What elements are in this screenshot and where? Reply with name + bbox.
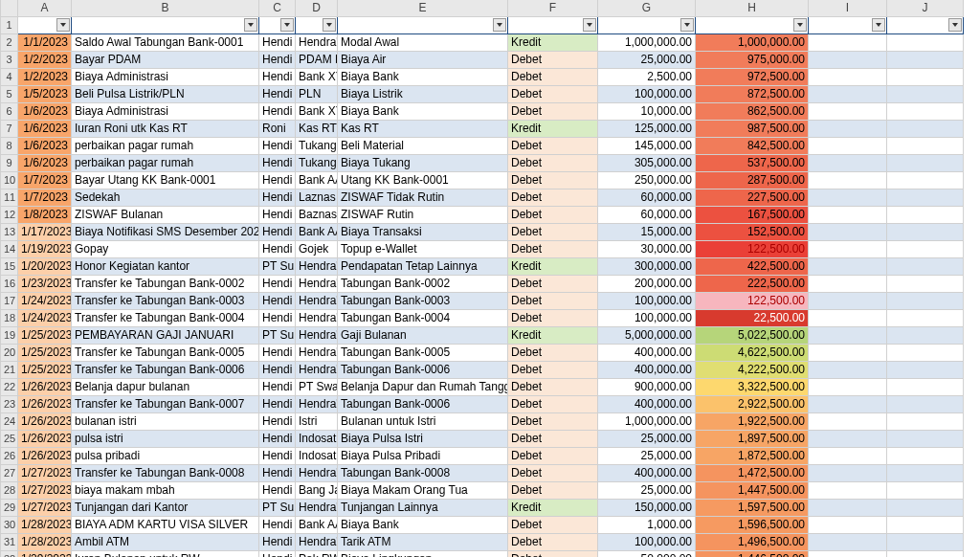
cell-tanggal[interactable]: 1/5/2023 [18,86,72,103]
cell-jenis[interactable]: Debet [508,517,598,534]
cell-saldo[interactable]: 1,000,000.00 [696,34,809,52]
row-header[interactable]: 10 [1,172,18,189]
cell-keterangan[interactable]: Honor Kegiatan kantor [72,258,259,276]
col-header-E[interactable]: E [338,0,508,17]
row-header[interactable]: 28 [1,482,18,500]
cell-entitas1[interactable]: Hendi [259,189,296,207]
cell-entitas1[interactable]: Hendi [259,362,296,379]
cell-jumlah[interactable]: 250,000.00 [598,172,696,189]
filter-header-B[interactable]: Keterangan [72,17,259,34]
cell-jenis[interactable]: Debet [508,431,598,448]
cell-empty[interactable] [809,86,887,103]
cell-entitas2[interactable]: Bank AA [296,224,338,241]
cell-keterangan[interactable]: PEMBAYARAN GAJI JANUARI [72,327,259,345]
cell-tanggal[interactable]: 1/25/2023 [18,345,72,362]
cell-empty[interactable] [809,517,887,534]
cell-tanggal[interactable]: 1/28/2023 [18,534,72,551]
cell-saldo[interactable]: 872,500.00 [696,86,809,103]
cell-empty[interactable] [809,172,887,189]
cell-empty[interactable] [809,310,887,327]
cell-jumlah[interactable]: 30,000.00 [598,241,696,258]
cell-jumlah[interactable]: 25,000.00 [598,431,696,448]
cell-jumlah[interactable]: 25,000.00 [598,482,696,500]
cell-entitas2[interactable]: Bang Jal [296,482,338,500]
cell-empty[interactable] [809,276,887,293]
cell-entitas2[interactable]: Gojek [296,241,338,258]
cell-keterangan[interactable]: Biaya Administrasi [72,69,259,86]
row-header[interactable]: 18 [1,310,18,327]
cell-entitas1[interactable]: Hendi [259,482,296,500]
filter-header-G[interactable]: Jumlah Transaks [598,17,696,34]
filter-header-E[interactable]: Akun Terkait [338,17,508,34]
cell-tanggal[interactable]: 1/26/2023 [18,379,72,396]
cell-akun[interactable]: Biaya Makam Orang Tua [338,482,508,500]
cell-akun[interactable]: Kas RT [338,121,508,138]
cell-entitas1[interactable]: Hendi [259,172,296,189]
cell-entitas2[interactable]: Hendra' [296,362,338,379]
cell-jenis[interactable]: Debet [508,396,598,413]
cell-entitas2[interactable]: Hendra' [296,534,338,551]
cell-empty[interactable] [887,155,964,172]
cell-jenis[interactable]: Debet [508,241,598,258]
cell-akun[interactable]: ZISWAF Tidak Rutin [338,189,508,207]
cell-empty[interactable] [887,189,964,207]
cell-akun[interactable]: Tarik ATM [338,534,508,551]
cell-empty[interactable] [809,465,887,482]
cell-empty[interactable] [887,551,964,557]
cell-entitas2[interactable]: Hendra' [296,396,338,413]
cell-empty[interactable] [809,327,887,345]
cell-saldo[interactable]: 5,022,500.00 [696,327,809,345]
filter-header-H[interactable]: Saldo [696,17,809,34]
cell-entitas2[interactable]: Tukang [296,138,338,155]
cell-entitas1[interactable]: Hendi [259,155,296,172]
filter-header-F[interactable]: Jenis Transaks [508,17,598,34]
cell-akun[interactable]: Utang KK Bank-0001 [338,172,508,189]
cell-empty[interactable] [887,517,964,534]
cell-jenis[interactable]: Debet [508,207,598,224]
cell-jumlah[interactable]: 1,000,000.00 [598,34,696,52]
cell-empty[interactable] [887,482,964,500]
cell-saldo[interactable]: 122,500.00 [696,293,809,310]
row-header[interactable]: 4 [1,69,18,86]
cell-akun[interactable]: Tunjangan Lainnya [338,500,508,517]
cell-jumlah[interactable]: 25,000.00 [598,52,696,69]
cell-jumlah[interactable]: 1,000,000.00 [598,413,696,431]
cell-entitas2[interactable]: Bank AA [296,172,338,189]
cell-tanggal[interactable]: 1/6/2023 [18,121,72,138]
cell-jumlah[interactable]: 150,000.00 [598,500,696,517]
cell-entitas1[interactable]: Hendi [259,103,296,121]
row-header[interactable]: 32 [1,551,18,557]
cell-entitas2[interactable]: Pak RW [296,551,338,557]
cell-saldo[interactable]: 2,922,500.00 [696,396,809,413]
cell-keterangan[interactable]: Biaya Administrasi [72,103,259,121]
cell-keterangan[interactable]: Belanja dapur bulanan [72,379,259,396]
row-header[interactable]: 16 [1,276,18,293]
cell-empty[interactable] [887,52,964,69]
cell-tanggal[interactable]: 1/27/2023 [18,465,72,482]
filter-dropdown-icon[interactable] [948,18,962,32]
cell-jumlah[interactable]: 1,000.00 [598,517,696,534]
row-header[interactable]: 12 [1,207,18,224]
cell-jumlah[interactable]: 2,500.00 [598,69,696,86]
cell-empty[interactable] [887,121,964,138]
cell-tanggal[interactable]: 1/7/2023 [18,172,72,189]
cell-tanggal[interactable]: 1/26/2023 [18,396,72,413]
cell-jenis[interactable]: Debet [508,534,598,551]
cell-empty[interactable] [887,379,964,396]
row-header[interactable]: 25 [1,431,18,448]
cell-keterangan[interactable]: Tunjangan dari Kantor [72,500,259,517]
cell-empty[interactable] [809,413,887,431]
cell-tanggal[interactable]: 1/17/2023 [18,224,72,241]
cell-entitas1[interactable]: Hendi [259,465,296,482]
row-header[interactable]: 13 [1,224,18,241]
cell-jumlah[interactable]: 50,000.00 [598,551,696,557]
row-header[interactable]: 30 [1,517,18,534]
cell-keterangan[interactable]: perbaikan pagar rumah [72,138,259,155]
cell-tanggal[interactable]: 1/25/2023 [18,327,72,345]
cell-tanggal[interactable]: 1/7/2023 [18,189,72,207]
cell-keterangan[interactable]: Bayar Utang KK Bank-0001 [72,172,259,189]
cell-empty[interactable] [887,310,964,327]
cell-saldo[interactable]: 3,322,500.00 [696,379,809,396]
cell-keterangan[interactable]: Iuran Roni utk Kas RT [72,121,259,138]
select-all-corner[interactable] [1,0,18,17]
